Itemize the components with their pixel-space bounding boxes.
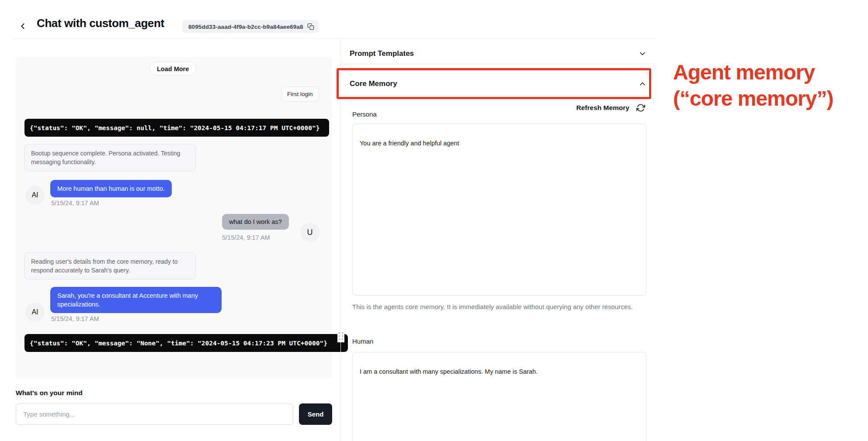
copy-icon[interactable] xyxy=(307,23,314,30)
section-label: Core Memory xyxy=(350,79,397,88)
human-textarea[interactable]: I am a consultant with many specializati… xyxy=(352,352,646,441)
chevron-down-icon xyxy=(638,49,647,58)
user-avatar: U xyxy=(300,223,319,242)
message-system-json: {"status": "OK", "message": "None", "tim… xyxy=(24,334,348,352)
annotation-line2: (“core memory”) xyxy=(673,86,865,112)
chat-message-panel: Load More First login {"status": "OK", "… xyxy=(16,57,332,379)
message-ai: More human than human is our motto. xyxy=(50,180,172,197)
refresh-icon[interactable] xyxy=(636,103,645,112)
ai-avatar: AI xyxy=(25,186,45,205)
header-divider xyxy=(13,38,655,39)
section-core-memory[interactable]: Core Memory xyxy=(350,74,647,94)
first-login-badge: First login xyxy=(281,86,319,102)
send-button[interactable]: Send xyxy=(299,403,332,425)
load-more-button[interactable]: Load More xyxy=(149,62,196,76)
chevron-left-icon xyxy=(18,21,28,31)
refresh-memory-button[interactable]: Refresh Memory xyxy=(576,104,629,112)
message-timestamp: 5/15/24, 9:17 AM xyxy=(222,234,270,241)
message-thought: Bootup sequence complete. Persona activa… xyxy=(24,144,196,171)
refresh-memory-row: Refresh Memory xyxy=(350,102,645,114)
back-button[interactable] xyxy=(17,20,29,32)
message-timestamp: 5/15/24, 9:17 AM xyxy=(51,200,99,207)
message-system-json: {"status": "OK", "message": null, "time"… xyxy=(24,119,329,137)
message-thought: Reading user's details from the core mem… xyxy=(24,252,196,279)
message-timestamp: 5/15/24, 9:17 AM xyxy=(51,315,99,322)
app-window: Chat with custom_agent 8095dd33-aaad-4f9… xyxy=(0,0,868,441)
section-label: Prompt Templates xyxy=(350,49,414,58)
persona-label: Persona xyxy=(352,110,377,118)
drag-handle-icon[interactable] xyxy=(337,330,344,342)
message-input[interactable] xyxy=(16,403,293,425)
agent-id-badge[interactable]: 8095dd33-aaad-4f9a-b2cc-b9a84aee69a8 xyxy=(182,20,319,33)
panel-divider xyxy=(340,39,341,441)
message-user: what do I work as? xyxy=(222,214,289,230)
ai-avatar: AI xyxy=(25,303,45,322)
message-ai: Sarah, you're a consultant at Accenture … xyxy=(50,287,222,313)
page-title: Chat with custom_agent xyxy=(37,17,164,30)
core-memory-description: This is the agents core memory. It is im… xyxy=(352,301,634,312)
annotation-text: Agent memory (“core memory”) xyxy=(673,59,865,112)
section-divider xyxy=(341,64,655,64)
persona-textarea[interactable]: You are a friendly and helpful agent xyxy=(352,124,646,296)
chevron-up-icon xyxy=(638,79,647,88)
human-label: Human xyxy=(352,338,373,345)
section-prompt-templates[interactable]: Prompt Templates xyxy=(350,44,647,64)
annotation-line1: Agent memory xyxy=(673,59,865,86)
composer-label: What's on your mind xyxy=(16,389,83,397)
agent-id: 8095dd33-aaad-4f9a-b2cc-b9a84aee69a8 xyxy=(188,24,303,30)
